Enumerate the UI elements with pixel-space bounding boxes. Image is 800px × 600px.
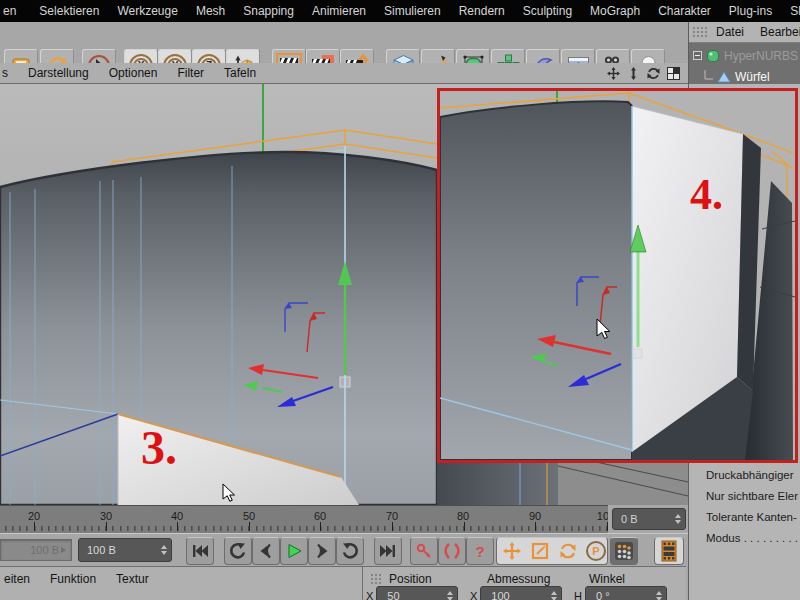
size-x-input[interactable]: 100: [480, 586, 562, 600]
ruler-tick-label: 80: [448, 510, 478, 522]
play-button[interactable]: [280, 537, 308, 565]
main-menubar: en Selektieren Werkzeuge Mesh Snapping A…: [0, 0, 800, 22]
vp-menu-optionen[interactable]: Optionen: [99, 66, 168, 80]
menu-item-mesh[interactable]: Mesh: [187, 4, 234, 18]
next-key-icon: [340, 541, 360, 561]
point-level-animation-icon: [614, 541, 634, 561]
goto-start-icon: [190, 541, 210, 561]
key-rotation-button[interactable]: [554, 537, 582, 565]
menu-item-selektieren[interactable]: Selektieren: [30, 4, 108, 18]
dolly-zoom-icon[interactable]: [627, 67, 640, 80]
vp-menu-kameras-cut[interactable]: s: [0, 66, 18, 80]
question-icon: ?: [475, 543, 484, 560]
vp-menu-filter[interactable]: Filter: [167, 66, 214, 80]
film-strip-icon: [659, 540, 679, 562]
keying-options-button[interactable]: ?: [466, 537, 494, 565]
position-x-group: X 50: [366, 586, 458, 600]
toggle-view-layout-icon[interactable]: [667, 67, 680, 80]
next-frame-button[interactable]: [308, 537, 336, 565]
goto-end-icon: [378, 541, 398, 561]
bb-menu-textur[interactable]: Textur: [106, 567, 159, 586]
om-menu-bearbeiten-cut[interactable]: Bearbeit: [752, 25, 800, 39]
goto-start-button[interactable]: [186, 537, 214, 565]
frame-spinner[interactable]: [675, 514, 681, 524]
powerslider-value: 100 B: [30, 544, 59, 556]
range-end-field[interactable]: 100 B: [78, 538, 172, 562]
inset-scene: [440, 91, 795, 460]
ruler-tick-label: 70: [377, 510, 407, 522]
autokey-icon: [442, 541, 462, 561]
key-position-button[interactable]: [498, 537, 526, 565]
menu-item-plugins[interactable]: Plug-ins: [720, 4, 781, 18]
angle-h-input[interactable]: 0 °: [585, 586, 667, 600]
menu-item-snapping[interactable]: Snapping: [234, 4, 303, 18]
powerslider[interactable]: 100 B: [0, 539, 72, 561]
attr-nur-sichtbare: Nur sichtbare Eler: [706, 486, 800, 507]
tree-label-wuerfel: Würfel: [735, 70, 770, 84]
coordinate-fields: X 50 X 100 H 0 °: [362, 586, 686, 600]
bb-menu-funktion[interactable]: Funktion: [40, 567, 106, 586]
slider-arrow-icon: [59, 546, 67, 554]
vp-menu-darstellung[interactable]: Darstellung: [18, 66, 99, 80]
menu-item-sculpting[interactable]: Sculpting: [514, 4, 581, 18]
menu-item-animieren[interactable]: Animieren: [303, 4, 375, 18]
menu-item-skript[interactable]: Skript: [781, 4, 800, 18]
size-x-group: X 100: [470, 586, 562, 600]
coord-header-winkel: Winkel: [589, 572, 625, 586]
ruler-tick-label: 100: [591, 510, 608, 522]
record-keyframe-button[interactable]: [410, 537, 438, 565]
next-key-button[interactable]: [336, 537, 364, 565]
ruler-tick-label: 90: [520, 510, 550, 522]
menu-item-cut[interactable]: en: [0, 4, 30, 18]
menu-item-mograph[interactable]: MoGraph: [581, 4, 649, 18]
timeline-ruler[interactable]: 20 30 40 50 60 70 80 90 100: [0, 505, 608, 533]
size-x-value: 100: [491, 590, 509, 600]
main-toolbar: X Y Z: [0, 22, 688, 64]
panel-grip[interactable]: [370, 573, 383, 586]
menu-item-charakter[interactable]: Charakter: [649, 4, 720, 18]
angle-h-spinner[interactable]: [656, 591, 662, 600]
key-pla-button[interactable]: [610, 537, 638, 565]
menu-item-rendern[interactable]: Rendern: [450, 4, 514, 18]
position-x-input[interactable]: 50: [376, 586, 458, 600]
render-preview-button[interactable]: [654, 537, 684, 565]
menu-item-werkzeuge[interactable]: Werkzeuge: [108, 4, 186, 18]
current-frame-value: 0 B: [621, 513, 638, 525]
range-end-value: 100 B: [87, 544, 116, 556]
object-manager: Datei Bearbeit HyperNURBS Würfel: [688, 22, 800, 88]
parameter-letter: P: [592, 545, 599, 557]
viewport-menubar: s Darstellung Optionen Filter Tafeln: [0, 63, 688, 84]
rotate-view-icon[interactable]: [647, 67, 660, 80]
range-spinner[interactable]: [161, 545, 167, 555]
transport-bar: 100 B 100 B: [0, 533, 688, 566]
key-scale-button[interactable]: [526, 537, 554, 565]
key-parameter-button[interactable]: P: [582, 537, 610, 565]
autokey-button[interactable]: [438, 537, 466, 565]
position-x-spinner[interactable]: [447, 591, 453, 600]
collapse-box-icon[interactable]: [693, 51, 702, 60]
panel-grip[interactable]: [692, 26, 708, 39]
play-icon: [284, 541, 304, 561]
bb-menu-bearbeiten-cut[interactable]: eiten: [0, 567, 40, 586]
tool-attributes: Druckabhängiger Nur sichtbare Eler Toler…: [706, 465, 800, 549]
previous-frame-button[interactable]: [252, 537, 280, 565]
goto-end-button[interactable]: [374, 537, 402, 565]
annotation-step-3: 3.: [141, 424, 177, 472]
previous-key-button[interactable]: [224, 537, 252, 565]
record-key-icon: [414, 541, 434, 561]
vp-menu-tafeln[interactable]: Tafeln: [214, 66, 266, 80]
tree-item-hypernurbs[interactable]: HyperNURBS: [693, 45, 800, 66]
size-x-label: X: [470, 590, 477, 600]
hypernurbs-object-icon: [706, 49, 720, 63]
om-menu-datei[interactable]: Datei: [708, 25, 752, 39]
key-position-icon: [502, 541, 522, 561]
pan-view-icon[interactable]: [607, 67, 620, 80]
menu-item-simulieren[interactable]: Simulieren: [375, 4, 450, 18]
ruler-tick-label: 50: [234, 510, 264, 522]
angle-h-label: H: [574, 590, 582, 600]
ruler-major-ticks: [0, 522, 608, 531]
angle-h-value: 0 °: [596, 590, 610, 600]
current-frame-field[interactable]: 0 B: [612, 508, 686, 530]
size-x-spinner[interactable]: [551, 591, 557, 600]
annotation-step-4: 4.: [690, 173, 723, 217]
